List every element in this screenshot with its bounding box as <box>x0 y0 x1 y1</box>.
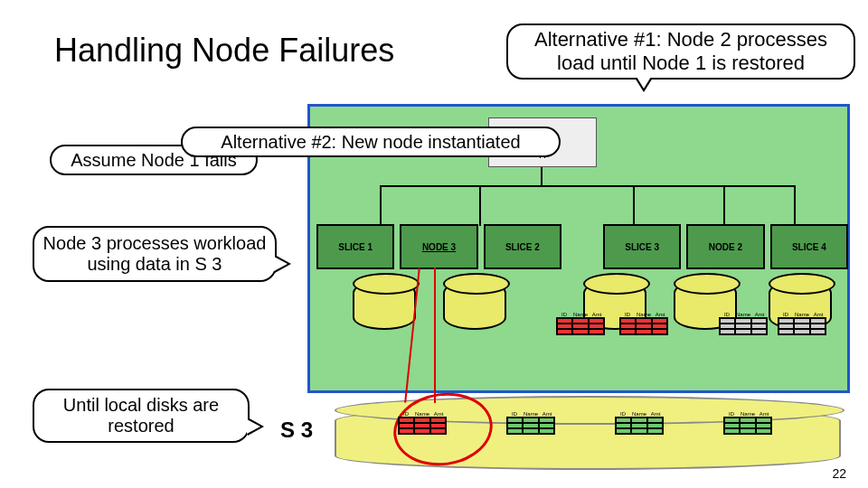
col: ID <box>398 411 414 417</box>
col: Amt <box>647 411 664 417</box>
tiny-table: IDNameAmt <box>398 411 447 435</box>
local-disk <box>353 280 416 330</box>
tiny-table: IDNameAmt <box>723 411 772 435</box>
slice-2: SLICE 2 <box>484 224 561 269</box>
node-row: SLICE 1 NODE 3 SLICE 2 SLICE 3 NODE 2 SL… <box>316 224 848 269</box>
col: Amt <box>539 411 555 417</box>
slice-4: SLICE 4 <box>770 224 848 269</box>
tiny-table: IDNameAmt <box>778 312 826 335</box>
bus-line <box>723 185 725 226</box>
col: Name <box>735 312 751 317</box>
callout-text: Alternative #1: Node 2 processes load un… <box>515 28 846 75</box>
col: Name <box>740 411 756 417</box>
col: Name <box>523 411 539 417</box>
col: Name <box>572 312 589 317</box>
bus-line <box>633 185 635 226</box>
tiny-table: IDNameAmt <box>615 411 664 435</box>
bus-line <box>479 185 481 226</box>
callout-node3: Node 3 processes workload using data in … <box>33 226 277 282</box>
slice-3: SLICE 3 <box>603 224 681 269</box>
s3-label: S 3 <box>280 418 313 443</box>
callout-text: Until local disks are restored <box>42 395 241 436</box>
bus-line <box>380 185 796 187</box>
bus-line <box>541 167 542 185</box>
tiny-table: IDNameAmt <box>556 312 605 335</box>
slice-1: SLICE 1 <box>316 224 394 269</box>
col: ID <box>723 411 740 417</box>
col: ID <box>615 411 631 417</box>
col: Amt <box>589 312 605 317</box>
callout-tail <box>248 418 264 436</box>
col: Amt <box>810 312 826 317</box>
callout-tail <box>635 78 653 92</box>
col: ID <box>778 312 794 317</box>
tiny-table: IDNameAmt <box>506 411 555 435</box>
callout-tail <box>275 255 291 273</box>
col: ID <box>556 312 572 317</box>
col: Amt <box>652 312 668 317</box>
tiny-table: IDNameAmt <box>719 312 768 335</box>
callout-alt1: Alternative #1: Node 2 processes load un… <box>506 23 855 80</box>
callout-alt2: Alternative #2: New node instantiated <box>181 127 561 157</box>
callout-text: Node 3 processes workload using data in … <box>42 233 268 275</box>
col: Amt <box>751 312 768 317</box>
col: Amt <box>756 411 772 417</box>
slide-title: Handling Node Failures <box>54 32 394 70</box>
col: ID <box>506 411 523 417</box>
col: Name <box>636 312 652 317</box>
local-disk <box>443 280 506 330</box>
tiny-table: IDNameAmt <box>619 312 668 335</box>
col: Name <box>414 411 430 417</box>
red-connector <box>434 267 436 403</box>
node-2: NODE 2 <box>686 224 764 269</box>
bus-line <box>794 185 796 226</box>
node-3: NODE 3 <box>400 224 477 269</box>
bus-line <box>380 185 382 226</box>
callout-until: Until local disks are restored <box>33 389 250 443</box>
col: Amt <box>430 411 447 417</box>
col: Name <box>794 312 810 317</box>
col: Name <box>631 411 647 417</box>
callout-text: Alternative #2: New node instantiated <box>221 132 520 153</box>
col: ID <box>619 312 636 317</box>
col: ID <box>719 312 735 317</box>
